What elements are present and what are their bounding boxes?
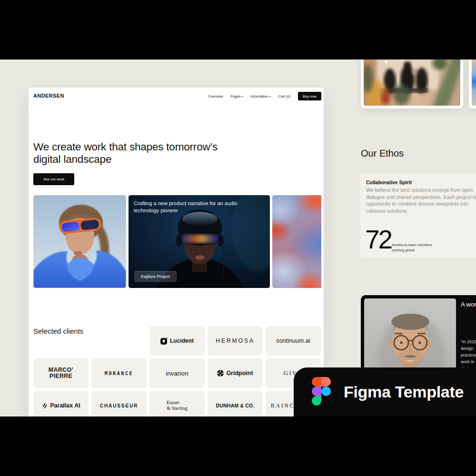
abstract-artwork (272, 195, 321, 288)
team-stat-caption: Ambitious team members working global (392, 243, 432, 253)
quote-heading: A word (461, 301, 476, 308)
lucident-logo-icon (160, 337, 168, 345)
team-office-photo-art (364, 60, 460, 106)
gradient-artwork-partial (469, 60, 476, 109)
brand-logo: ANDERSEN (33, 93, 64, 99)
model-photo-art (33, 195, 126, 288)
clients-heading: Selected clients (33, 327, 83, 335)
ethos-card-body: We believe the best solutions emerge fro… (366, 187, 476, 214)
badge-label: Figma Template (344, 377, 464, 407)
client-tile-chausseur: CHAUSSEUR (91, 391, 147, 416)
client-tile-dunham: DUNHAM & CO. (208, 391, 263, 416)
vr-project-photo: Crafting a new product narrative for an … (129, 195, 270, 288)
ethos-card-title: Collaborative Spirit (366, 179, 412, 185)
figma-template-badge[interactable]: Figma Template (294, 367, 476, 416)
nav-overview[interactable]: Overview (208, 94, 223, 99)
website-mockup-card: ANDERSEN Overview Pages • Information • … (29, 88, 324, 416)
office-art (364, 60, 460, 106)
team-office-photo (361, 60, 463, 109)
nav-pages[interactable]: Pages • (230, 94, 243, 99)
client-tile-gridpoint: Gridpoint (208, 358, 263, 388)
project-caption: Crafting a new product narrative for an … (134, 200, 258, 214)
letterbox-top (0, 0, 476, 60)
client-tile-hermosa: HERMOSA (208, 326, 263, 356)
hero-title-line1: We create work that shapes tomorrow’s (33, 141, 252, 153)
quote-text: “In 2015 design practice work in design (461, 338, 476, 372)
gridpoint-logo-icon (217, 370, 224, 377)
client-tile-eisner-sterling: Eisner& Sterling (149, 391, 205, 416)
client-logo-label: invarion (166, 370, 188, 377)
client-logo-label: MORANCE (105, 371, 133, 376)
see-our-work-button[interactable]: See our work (33, 173, 74, 185)
client-tile-parallax: Parallax AI (33, 391, 89, 416)
figma-template-preview: ANDERSEN Overview Pages • Information • … (0, 0, 476, 476)
client-logo-label: MARCO’PIERRE (49, 367, 74, 379)
ethos-heading: Our Ethos (361, 148, 404, 159)
nav-information[interactable]: Information • (250, 94, 270, 99)
ethos-card: Collaborative Spirit We believe the best… (360, 173, 476, 258)
client-logo-label: Parallax AI (50, 402, 80, 409)
gradient-artwork-art (472, 60, 476, 106)
model-photo (33, 195, 126, 288)
client-tile-continuum: continuum.ai (266, 326, 321, 356)
client-logo-label: Eisner& Sterling (167, 400, 188, 412)
preview-stage: ANDERSEN Overview Pages • Information • … (0, 60, 476, 416)
hero-title: We create work that shapes tomorrow’s di… (33, 141, 252, 166)
buy-now-button[interactable]: Buy now (298, 92, 321, 100)
client-logo-label: continuum.ai (277, 337, 310, 344)
nav-cart[interactable]: Cart (0) (278, 94, 290, 99)
hero-title-line2: digital landscape (33, 153, 252, 166)
site-header: ANDERSEN Overview Pages • Information • … (29, 88, 324, 105)
client-logo-label: CHAUSSEUR (100, 403, 138, 408)
project-caption-line1: Crafting a new product narrative for an … (134, 200, 258, 207)
team-stat-value: 72 (365, 227, 391, 253)
client-tile-morance: MORANCE (91, 358, 147, 388)
project-caption-line2: technology pioneer (134, 207, 258, 214)
client-tile-lucident: Lucident (149, 326, 205, 356)
client-logo-label: Gridpoint (226, 370, 253, 377)
parallax-logo-icon (41, 403, 48, 409)
client-logo-label: HERMOSA (216, 337, 254, 344)
explore-project-button[interactable]: Explore Project (134, 271, 177, 282)
client-logo-label: DUNHAM & CO. (216, 403, 254, 408)
site-nav: Overview Pages • Information • Cart (0) … (208, 92, 321, 100)
letterbox-bottom (0, 416, 476, 476)
client-logo-label: Lucident (170, 337, 194, 344)
client-logo-label: BAINC (271, 402, 295, 409)
figma-logo-icon (312, 377, 331, 406)
client-tile-invarion: invarion (149, 358, 205, 388)
client-tile-marco-pierre: MARCO’PIERRE (33, 358, 89, 388)
